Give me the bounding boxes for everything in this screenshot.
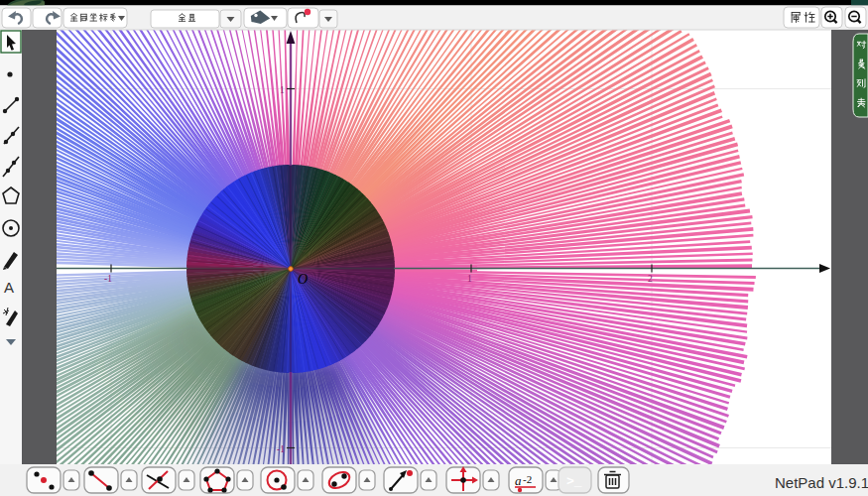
svg-text:1: 1 [280, 85, 285, 95]
svg-text:2: 2 [648, 274, 653, 284]
svg-text:-2: -2 [523, 473, 532, 485]
svg-text:O: O [298, 272, 308, 287]
svg-text:1: 1 [467, 274, 472, 284]
svg-text:-1: -1 [104, 274, 112, 284]
svg-text:a: a [515, 473, 522, 488]
svg-text:A: A [4, 279, 14, 296]
svg-text:>_: >_ [566, 474, 582, 489]
svg-text:-1: -1 [277, 444, 285, 454]
svg-text:NetPad v1.9.1: NetPad v1.9.1 [775, 474, 868, 491]
